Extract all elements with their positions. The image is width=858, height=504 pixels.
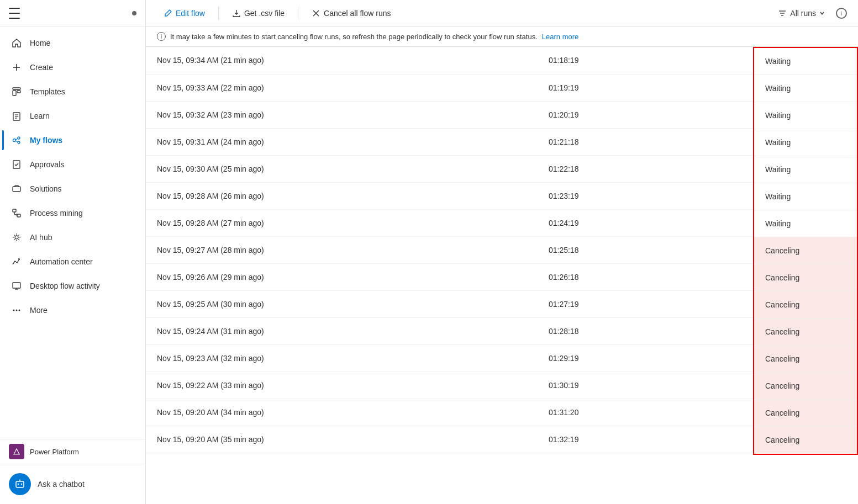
sidebar-item-templates[interactable]: Templates	[2, 79, 143, 104]
status-cell-canceling: Canceling	[754, 427, 857, 454]
svg-point-10	[18, 137, 20, 139]
row-duration: 01:31:20	[538, 399, 694, 426]
hamburger-icon[interactable]	[9, 8, 20, 19]
banner-info-icon: i	[157, 32, 166, 41]
chevron-down-icon	[819, 10, 825, 16]
table-row[interactable]: Nov 15, 09:25 AM (30 min ago)01:27:19	[146, 290, 858, 317]
sidebar-item-more[interactable]: More	[2, 298, 143, 322]
table-row[interactable]: Nov 15, 09:20 AM (35 min ago)01:32:19	[146, 426, 858, 453]
svg-point-29	[18, 484, 19, 485]
status-cell-waiting: Waiting	[754, 210, 857, 237]
table-row[interactable]: Nov 15, 09:26 AM (29 min ago)01:26:18	[146, 263, 858, 290]
sidebar: Home Create Templates	[0, 0, 146, 504]
edit-flow-button[interactable]: Edit flow	[157, 6, 212, 21]
table-row[interactable]: Nov 15, 09:30 AM (25 min ago)01:22:18	[146, 155, 858, 182]
svg-point-9	[13, 139, 16, 142]
sidebar-item-learn[interactable]: Learn	[2, 104, 143, 128]
row-duration: 01:21:18	[538, 128, 694, 155]
table-row[interactable]: Nov 15, 09:27 AM (28 min ago)01:25:18	[146, 236, 858, 263]
edit-flow-label: Edit flow	[176, 9, 205, 18]
status-cell-canceling: Canceling	[754, 264, 857, 291]
svg-rect-28	[16, 481, 24, 487]
processmining-icon	[11, 208, 22, 219]
table-row[interactable]: Nov 15, 09:32 AM (23 min ago)01:20:19	[146, 101, 858, 128]
svg-line-13	[15, 141, 18, 142]
sidebar-nav: Home Create Templates	[0, 26, 145, 439]
status-cell-canceling: Canceling	[754, 373, 857, 400]
svg-rect-4	[17, 91, 20, 93]
sidebar-item-desktop[interactable]: Desktop flow activity	[2, 274, 143, 298]
brand-label: Power Platform	[30, 448, 79, 456]
status-panel: WaitingWaitingWaitingWaitingWaitingWaiti…	[753, 47, 858, 455]
row-time: Nov 15, 09:26 AM (29 min ago)	[146, 263, 538, 290]
info-icon[interactable]: i	[836, 8, 847, 19]
info-banner: i It may take a few minutes to start can…	[146, 26, 858, 47]
svg-rect-14	[13, 161, 20, 168]
sidebar-item-create-label: Create	[30, 63, 53, 72]
automation-icon	[11, 256, 22, 267]
get-csv-label: Get .csv file	[244, 9, 285, 18]
sidebar-item-learn-label: Learn	[30, 112, 50, 120]
row-duration: 01:25:18	[538, 236, 694, 263]
row-time: Nov 15, 09:33 AM (22 min ago)	[146, 74, 538, 101]
edit-icon	[164, 9, 172, 18]
svg-rect-22	[13, 283, 20, 288]
table-row[interactable]: Nov 15, 09:28 AM (27 min ago)01:24:19	[146, 209, 858, 236]
table-row[interactable]: Nov 15, 09:28 AM (26 min ago)01:23:19	[146, 182, 858, 209]
sidebar-footer: Ask a chatbot	[0, 464, 145, 504]
svg-rect-3	[13, 91, 16, 96]
main-content: Edit flow Get .csv file Cancel all flow …	[146, 0, 858, 504]
row-duration: 01:26:18	[538, 263, 694, 290]
learn-more-link[interactable]: Learn more	[542, 33, 578, 41]
row-time: Nov 15, 09:25 AM (30 min ago)	[146, 290, 538, 317]
download-icon	[232, 9, 241, 18]
table-row[interactable]: Nov 15, 09:34 AM (21 min ago)01:18:19	[146, 47, 858, 74]
svg-rect-15	[13, 187, 20, 192]
row-time: Nov 15, 09:28 AM (26 min ago)	[146, 182, 538, 209]
row-duration: 01:28:18	[538, 317, 694, 344]
cancel-icon	[312, 9, 320, 18]
status-cell-canceling: Canceling	[754, 237, 857, 264]
svg-point-11	[18, 141, 20, 144]
row-duration: 01:24:19	[538, 209, 694, 236]
status-cell-canceling: Canceling	[754, 400, 857, 427]
svg-point-26	[16, 310, 18, 311]
sidebar-item-solutions[interactable]: Solutions	[2, 177, 143, 201]
sidebar-logo-dot	[132, 11, 136, 15]
row-duration: 01:18:19	[538, 47, 694, 74]
runs-table: Nov 15, 09:34 AM (21 min ago)01:18:19Nov…	[146, 47, 858, 453]
row-duration: 01:30:19	[538, 372, 694, 399]
sidebar-item-approvals[interactable]: Approvals	[2, 152, 143, 177]
sidebar-item-aihub[interactable]: AI hub	[2, 225, 143, 250]
row-time: Nov 15, 09:31 AM (24 min ago)	[146, 128, 538, 155]
get-csv-button[interactable]: Get .csv file	[225, 6, 291, 21]
row-time: Nov 15, 09:30 AM (25 min ago)	[146, 155, 538, 182]
status-cell-waiting: Waiting	[754, 102, 857, 129]
sidebar-item-myflows[interactable]: My flows	[2, 128, 143, 152]
row-time: Nov 15, 09:20 AM (35 min ago)	[146, 426, 538, 453]
sidebar-item-home[interactable]: Home	[2, 31, 143, 55]
sidebar-item-processmining-label: Process mining	[30, 209, 83, 217]
table-row[interactable]: Nov 15, 09:31 AM (24 min ago)01:21:18	[146, 128, 858, 155]
cancel-all-label: Cancel all flow runs	[324, 9, 391, 18]
sidebar-item-create[interactable]: Create	[2, 55, 143, 79]
table-row[interactable]: Nov 15, 09:33 AM (22 min ago)01:19:19	[146, 74, 858, 101]
svg-point-30	[21, 484, 22, 485]
sidebar-item-processmining[interactable]: Process mining	[2, 201, 143, 225]
chatbot-avatar[interactable]	[9, 473, 31, 495]
sidebar-item-automation[interactable]: Automation center	[2, 250, 143, 274]
table-row[interactable]: Nov 15, 09:23 AM (32 min ago)01:29:19	[146, 344, 858, 372]
all-runs-button[interactable]: All runs	[771, 6, 831, 21]
all-runs-label: All runs	[790, 9, 816, 18]
table-row[interactable]: Nov 15, 09:22 AM (33 min ago)01:30:19	[146, 372, 858, 399]
status-cell-waiting: Waiting	[754, 75, 857, 102]
status-cell-waiting: Waiting	[754, 183, 857, 210]
svg-point-32	[19, 480, 20, 481]
row-time: Nov 15, 09:28 AM (27 min ago)	[146, 209, 538, 236]
status-cell-waiting: Waiting	[754, 48, 857, 75]
sidebar-header	[0, 0, 145, 26]
table-row[interactable]: Nov 15, 09:24 AM (31 min ago)01:28:18	[146, 317, 858, 344]
cancel-all-button[interactable]: Cancel all flow runs	[305, 6, 397, 21]
table-row[interactable]: Nov 15, 09:20 AM (34 min ago)01:31:20	[146, 399, 858, 426]
status-cell-waiting: Waiting	[754, 156, 857, 183]
